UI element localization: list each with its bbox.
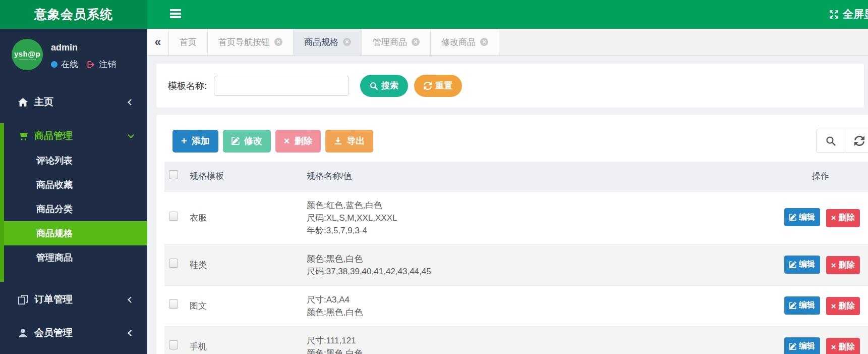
chevron-left-icon <box>128 330 134 336</box>
screen: 意象会员系统 全屏显示 ysh@p admin 在线 注销 <box>0 0 868 354</box>
sidebar-toggle-button[interactable] <box>170 8 182 21</box>
online-status-dot <box>51 61 57 68</box>
main-area: « 首页 首页导航按钮 × 商品规格 × 管理商品 × 修改商品 × 模板名称: <box>147 29 868 354</box>
sidebar-item-label: 会员管理 <box>34 326 73 339</box>
app-logo[interactable]: 意象会员系统 <box>0 0 147 29</box>
search-icon <box>826 136 836 146</box>
home-icon <box>18 97 28 107</box>
tab-close-icon[interactable]: × <box>274 38 282 46</box>
plus-icon: + <box>181 136 187 146</box>
export-button[interactable]: 导出 <box>325 130 373 153</box>
row-edit-button[interactable]: 编辑 <box>784 256 820 274</box>
sidebar: ysh@p admin 在线 注销 主页 <box>0 29 147 354</box>
sidebar-item-label: 订单管理 <box>34 293 73 306</box>
spec-values: 尺寸:111,121 颜色:黑色,白色 <box>307 326 784 354</box>
delete-button[interactable]: × 删除 <box>275 130 321 153</box>
table-row: 手机 尺寸:111,121 颜色:黑色,白色 编辑 × <box>164 326 868 354</box>
avatar-brand-text: ysh@p <box>14 49 40 58</box>
download-icon <box>334 137 342 145</box>
template-name: 手机 <box>190 326 307 354</box>
tab-close-icon[interactable]: × <box>480 38 488 46</box>
table-row: 鞋类 颜色:黑色,白色 尺码:37,38,39,40,41,42,43,44,4… <box>164 244 868 285</box>
row-edit-button[interactable]: 编辑 <box>784 208 820 226</box>
sidebar-menu: 主页 商品管理 评论列表 商品收藏 商品分类 商品 <box>0 90 147 344</box>
fullscreen-label: 全屏显示 <box>843 7 868 21</box>
sidebar-item-label: 商品管理 <box>34 129 73 142</box>
spec-values: 尺寸:A3,A4 颜色:黑色,白色 <box>307 285 784 326</box>
edit-icon <box>789 302 796 309</box>
sidebar-item-goods-favorites[interactable]: 商品收藏 <box>4 173 147 197</box>
tab-bar: « 首页 首页导航按钮 × 商品规格 × 管理商品 × 修改商品 × <box>147 29 868 56</box>
fullscreen-button[interactable]: 全屏显示 <box>829 7 868 21</box>
column-header-template: 规格模板 <box>190 162 307 191</box>
tab-close-icon[interactable]: × <box>412 38 420 46</box>
template-name: 图文 <box>190 285 307 326</box>
sidebar-item-goods-spec[interactable]: 商品规格 <box>4 221 147 245</box>
search-icon <box>370 82 378 90</box>
chevron-left-icon <box>128 296 134 303</box>
sidebar-item-manage-goods[interactable]: 管理商品 <box>4 245 147 270</box>
add-button[interactable]: + 添加 <box>172 130 218 153</box>
sidebar-item-order-management[interactable]: 订单管理 <box>0 288 147 311</box>
modify-button[interactable]: 修改 <box>223 130 271 153</box>
row-checkbox[interactable] <box>169 212 178 221</box>
refresh-icon <box>424 82 432 90</box>
table-row: 图文 尺寸:A3,A4 颜色:黑色,白色 编辑 × <box>164 285 868 326</box>
tab-home[interactable]: 首页 <box>169 29 208 55</box>
table-refresh-button[interactable] <box>845 129 868 153</box>
row-checkbox[interactable] <box>169 340 178 349</box>
reset-button[interactable]: 重置 <box>414 75 462 97</box>
avatar-sub-line <box>19 60 36 60</box>
top-navbar: 全屏显示 <box>147 0 868 29</box>
tab-manage-goods[interactable]: 管理商品 × <box>362 29 431 55</box>
tab-home-nav-buttons[interactable]: 首页导航按钮 × <box>208 29 294 55</box>
row-checkbox[interactable] <box>169 299 178 309</box>
table-search-toggle-button[interactable] <box>816 129 845 153</box>
sidebar-item-home[interactable]: 主页 <box>0 90 147 114</box>
sidebar-item-label: 主页 <box>34 95 53 109</box>
search-panel: 模板名称: 搜索 重置 <box>156 64 864 108</box>
template-name-input[interactable] <box>214 76 349 96</box>
template-name: 鞋类 <box>190 244 307 285</box>
refresh-icon <box>854 136 864 146</box>
fullscreen-icon <box>829 10 839 19</box>
sidebar-item-goods-management[interactable]: 商品管理 <box>4 123 147 148</box>
table-toolbar: + 添加 修改 × 删除 导出 <box>172 129 868 153</box>
spec-values: 颜色:黑色,白色 尺码:37,38,39,40,41,42,43,44,45 <box>307 244 784 285</box>
edit-icon <box>789 261 796 268</box>
sidebar-item-goods-category[interactable]: 商品分类 <box>4 197 147 221</box>
template-name-label: 模板名称: <box>168 80 207 92</box>
tabs-scroll-left-button[interactable]: « <box>147 29 169 55</box>
row-edit-button[interactable]: 编辑 <box>784 296 820 315</box>
logout-link[interactable]: 注销 <box>99 59 116 70</box>
row-delete-button[interactable]: × 删除 <box>826 338 860 354</box>
row-delete-button[interactable]: × 删除 <box>826 256 860 274</box>
column-header-actions: 操作 <box>784 162 868 191</box>
content: 模板名称: 搜索 重置 + 添加 修 <box>147 56 868 354</box>
edit-icon <box>789 214 796 221</box>
user-name: admin <box>51 42 116 53</box>
tab-edit-goods[interactable]: 修改商品 × <box>431 29 499 55</box>
select-all-checkbox[interactable] <box>169 170 178 179</box>
user-panel: ysh@p admin 在线 注销 <box>0 29 147 70</box>
row-edit-button[interactable]: 编辑 <box>784 337 820 354</box>
online-status-link[interactable]: 在线 <box>61 59 78 70</box>
tab-close-icon[interactable]: × <box>343 38 351 46</box>
hamburger-icon <box>170 9 181 11</box>
edit-icon <box>232 137 240 145</box>
row-delete-button[interactable]: × 删除 <box>826 209 860 227</box>
tab-goods-spec[interactable]: 商品规格 × <box>294 29 362 55</box>
search-button[interactable]: 搜索 <box>360 75 408 97</box>
chevron-down-icon <box>128 132 134 138</box>
chevron-left-icon <box>128 99 134 106</box>
row-checkbox[interactable] <box>169 259 178 268</box>
sidebar-item-member-management[interactable]: 会员管理 <box>0 321 147 344</box>
x-icon: × <box>831 302 836 311</box>
table-row: 衣服 颜色:红色,蓝色,白色 尺码:XL,S,M,XXL,XXXL 年龄:3,5… <box>164 191 868 244</box>
row-delete-button[interactable]: × 删除 <box>826 297 860 315</box>
sidebar-item-comment-list[interactable]: 评论列表 <box>4 148 147 173</box>
x-icon: × <box>831 261 836 270</box>
edit-icon <box>789 343 796 350</box>
x-icon: × <box>284 136 290 146</box>
user-info: admin 在线 注销 <box>51 39 116 70</box>
